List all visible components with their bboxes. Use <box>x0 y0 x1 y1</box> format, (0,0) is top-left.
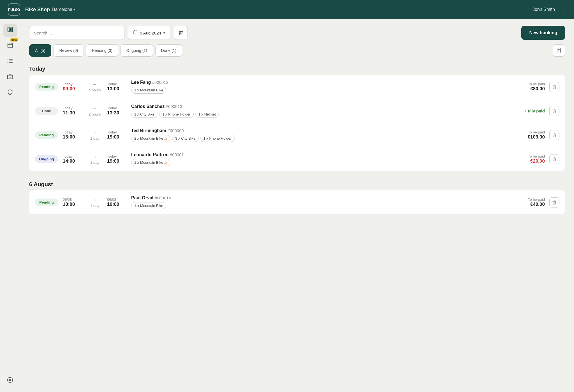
date-picker-button[interactable]: 5 Aug 2024 ▾ <box>128 26 170 40</box>
delete-booking-button[interactable] <box>549 197 559 207</box>
more-options-icon[interactable]: ⋮ <box>560 6 566 13</box>
clear-date-button[interactable] <box>174 26 188 40</box>
delete-booking-button[interactable] <box>549 106 559 116</box>
duration-block: →1 day <box>87 154 103 165</box>
items-row: 1 x Mountain Bike⚠ <box>131 159 510 166</box>
end-time-block: Today13:30 <box>107 106 127 116</box>
customer-name: Leonardo Pattron #000011 <box>131 152 510 157</box>
tab-all[interactable]: All (5) <box>29 44 51 57</box>
payment-label: To be paid <box>514 82 545 86</box>
sidebar-item-list[interactable] <box>3 55 17 68</box>
trash-icon <box>178 30 183 35</box>
trash-icon <box>552 133 557 137</box>
booking-id: #000011 <box>170 152 186 157</box>
calendar-icon <box>7 42 13 50</box>
duration-label: 1 day <box>90 136 99 140</box>
customer-block: Ted Birmingham #0000092 x Mountain Bike⚠… <box>131 128 510 142</box>
beta-badge: beta <box>10 38 18 41</box>
start-time-block: 06/0810:00 <box>63 197 82 207</box>
payment-amount: €40.00 <box>514 202 545 207</box>
booking-id: #000009 <box>168 128 184 133</box>
warning-icon: ⚠ <box>164 161 167 165</box>
sidebar-item-warehouse[interactable] <box>3 71 17 84</box>
sidebar-item-settings[interactable] <box>3 374 17 388</box>
start-time-block: Today09:00 <box>63 82 82 92</box>
start-time-block: Today15:00 <box>63 130 82 140</box>
trash-icon <box>552 85 557 89</box>
svg-point-18 <box>9 379 11 381</box>
warehouse-icon <box>7 73 13 81</box>
table-row[interactable]: Pending06/0810:00→1 day06/0819:00Paul Or… <box>29 190 565 214</box>
delete-booking-button[interactable] <box>549 130 559 140</box>
trash-icon <box>552 200 557 205</box>
duration-block: →1 day <box>87 130 103 140</box>
list-item: 1 x Mountain Bike <box>131 87 166 94</box>
filter-tabs: All (5) Review (0) Pending (3) Ongoing (… <box>29 44 565 57</box>
booking-id: #000013 <box>166 104 182 109</box>
payment-block: Fully paid <box>514 109 545 113</box>
items-row: 1 x Mountain Bike <box>131 202 510 209</box>
calendar-icon <box>133 30 138 36</box>
table-row[interactable]: PendingToday15:00→1 dayToday19:00Ted Bir… <box>29 123 565 147</box>
list-item: 2 x Mountain Bike⚠ <box>131 135 170 142</box>
new-booking-button[interactable]: New booking <box>521 26 565 40</box>
tab-done[interactable]: Done (1) <box>155 44 182 57</box>
sidebar-item-notebook[interactable] <box>3 24 17 37</box>
sidebar-item-calendar[interactable]: beta <box>3 39 17 53</box>
customer-block: Paul Orval #0000141 x Mountain Bike <box>131 195 510 209</box>
payment-block: To be paid€109.00 <box>514 130 545 140</box>
location-label: Barcelona <box>52 7 72 12</box>
booking-id: #000014 <box>155 195 171 200</box>
shield-icon <box>7 89 13 97</box>
customer-block: Lee Fang #0000121 x Mountain Bike <box>131 80 510 94</box>
main-content: 5 Aug 2024 ▾ New booking All (5) Review … <box>20 19 574 392</box>
payment-label: To be paid <box>514 197 545 202</box>
delete-booking-button[interactable] <box>549 82 559 92</box>
status-badge: Pending <box>35 131 58 139</box>
arrow-icon: → <box>92 82 97 87</box>
bookings-area: TodayPendingToday09:00→4 hoursToday13:00… <box>29 61 565 385</box>
duration-label: 4 hours <box>89 88 101 92</box>
customer-name: Lee Fang #000012 <box>131 80 510 85</box>
payment-block: To be paid€20.00 <box>514 154 545 164</box>
customer-block: Leonardo Pattron #0000111 x Mountain Bik… <box>131 152 510 166</box>
customer-block: Carlos Sanchez #0000131 x City Bike1 x P… <box>131 104 510 118</box>
trash-icon <box>552 157 557 162</box>
end-time-block: Today19:00 <box>107 154 127 164</box>
table-row[interactable]: PendingToday09:00→4 hoursToday13:00Lee F… <box>29 75 565 99</box>
location-selector[interactable]: Barcelona ▾ <box>52 7 75 12</box>
payment-amount: €80.00 <box>514 86 545 92</box>
table-row[interactable]: DoneToday11:30→2 hoursToday13:30Carlos S… <box>29 99 565 123</box>
app-logo: PULSO <box>8 3 20 16</box>
items-row: 1 x City Bike1 x Phone Holder1 x Helmet <box>131 111 510 118</box>
delete-booking-button[interactable] <box>549 154 559 164</box>
duration-block: →1 day <box>87 197 103 208</box>
items-row: 1 x Mountain Bike <box>131 87 510 94</box>
end-time-block: Today13:00 <box>107 82 127 92</box>
chevron-down-icon: ▾ <box>73 8 75 11</box>
payment-label: Fully paid <box>514 109 545 113</box>
list-item: 1 x Phone Holder <box>159 111 193 118</box>
search-input[interactable] <box>29 26 124 40</box>
arrow-icon: → <box>92 154 97 160</box>
arrow-icon: → <box>92 130 97 136</box>
bookings-card: PendingToday09:00→4 hoursToday13:00Lee F… <box>29 75 565 171</box>
status-badge: Pending <box>35 83 58 91</box>
filter-settings-button[interactable] <box>553 44 565 57</box>
section-heading: 6 August <box>29 177 565 190</box>
tab-ongoing[interactable]: Ongoing (1) <box>121 44 153 57</box>
tab-review[interactable]: Review (0) <box>54 44 84 57</box>
list-item: 1 x Mountain Bike <box>131 202 166 209</box>
tab-pending[interactable]: Pending (3) <box>86 44 118 57</box>
section-heading: Today <box>29 61 565 75</box>
sidebar: beta <box>0 19 20 392</box>
warning-icon: ⚠ <box>164 137 167 140</box>
customer-name: Carlos Sanchez #000013 <box>131 104 510 109</box>
list-icon <box>7 58 13 66</box>
sidebar-item-shield[interactable] <box>3 86 17 100</box>
topnav: PULSO Bike Shop Barcelona ▾ John Smith ⋮ <box>0 0 574 19</box>
table-row[interactable]: OngoingToday14:00→1 dayToday19:00Leonard… <box>29 147 565 171</box>
svg-rect-5 <box>8 43 12 48</box>
start-time-block: Today14:00 <box>63 154 82 164</box>
end-time-block: Today19:00 <box>107 130 127 140</box>
